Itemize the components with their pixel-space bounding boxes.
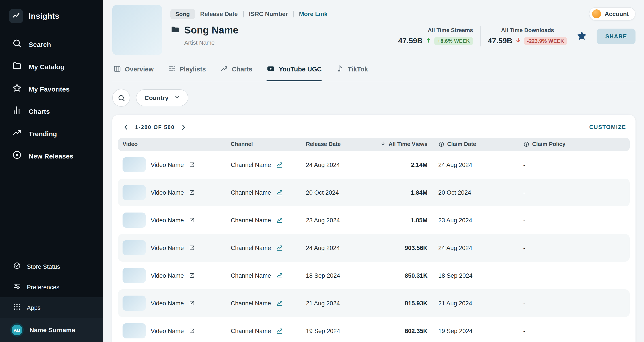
video-thumbnail[interactable] [122, 185, 146, 200]
video-thumbnail[interactable] [122, 240, 146, 255]
brand-name: Insights [28, 11, 59, 21]
isrc-number-link[interactable]: ISRC Number [249, 10, 288, 17]
table-header: Video Channel Release Date All Time View… [118, 138, 630, 151]
sidebar-item-store-status[interactable]: Store Status [0, 256, 103, 277]
sidebar-item-preferences[interactable]: Preferences [0, 277, 103, 297]
external-link-icon[interactable] [189, 245, 195, 251]
account-button[interactable]: Account [589, 7, 636, 20]
external-link-icon[interactable] [189, 328, 195, 334]
tab-label: YouTube UGC [279, 66, 322, 73]
column-header-all-time-views[interactable]: All Time Views [373, 141, 428, 148]
table-body: Video Name Channel Name 24 Aug 2024 2.14… [118, 151, 630, 342]
page-title: Song Name [184, 24, 238, 36]
video-name-link[interactable]: Video Name [151, 217, 184, 223]
video-name-link[interactable]: Video Name [151, 189, 184, 196]
video-name-link[interactable]: Video Name [151, 244, 184, 251]
external-link-icon[interactable] [189, 189, 195, 195]
video-name-link[interactable]: Video Name [151, 300, 184, 307]
tab-charts[interactable]: Charts [220, 64, 252, 81]
pagination-row: 1-200 OF 500 CUSTOMIZE [118, 119, 630, 135]
video-thumbnail[interactable] [122, 296, 146, 311]
info-icon[interactable] [523, 141, 530, 148]
avatar: AB [10, 323, 24, 337]
channel-stats-icon[interactable] [276, 216, 283, 224]
channel-cell: Channel Name [231, 272, 306, 279]
disc-icon [12, 150, 22, 162]
channel-stats-icon[interactable] [276, 300, 283, 307]
user-name: Name Surname [30, 326, 75, 334]
channel-cell: Channel Name [231, 327, 306, 335]
music-note-icon [336, 64, 344, 74]
brand[interactable]: Insights [0, 0, 103, 30]
user-profile[interactable]: AB Name Surname [0, 318, 103, 342]
sidebar-item-label: Charts [28, 107, 50, 115]
all-time-views-cell: 2.14M [373, 162, 428, 168]
tab-tiktok[interactable]: TikTok [336, 64, 368, 81]
release-date-cell: 19 Sep 2024 [306, 328, 373, 334]
tab-playlists[interactable]: Playlists [168, 64, 206, 81]
folder-icon [12, 61, 22, 72]
account-avatar-icon [592, 9, 601, 18]
sidebar-item-my-favorites[interactable]: My Favorites [0, 78, 103, 100]
sidebar-item-label: Trending [28, 130, 57, 137]
release-date-cell: 18 Sep 2024 [306, 272, 373, 279]
info-icon[interactable] [438, 141, 444, 148]
claim-date-cell: 24 Aug 2024 [428, 244, 523, 251]
all-time-views-cell: 815.93K [373, 300, 428, 307]
claim-policy-cell: - [523, 272, 625, 279]
claim-date-cell: 21 Aug 2024 [428, 300, 523, 307]
channel-name: Channel Name [231, 217, 271, 223]
all-time-views-cell: 1.84M [373, 189, 428, 196]
claim-policy-cell: - [523, 189, 625, 196]
pagination-range: 1-200 OF 500 [135, 124, 175, 130]
delta-badge: +8.6% WEEK [434, 37, 473, 45]
artist-name: Artist Name [184, 39, 238, 46]
share-button[interactable]: SHARE [597, 28, 636, 44]
sidebar-item-search[interactable]: Search [0, 33, 103, 55]
pagination-prev-button[interactable] [122, 123, 130, 132]
column-header-channel: Channel [231, 141, 306, 148]
channel-stats-icon[interactable] [276, 327, 283, 335]
sidebar-item-apps[interactable]: Apps [0, 297, 103, 318]
apps-grid-icon [13, 303, 21, 313]
channel-stats-icon[interactable] [276, 272, 283, 279]
video-thumbnail[interactable] [122, 268, 146, 283]
external-link-icon[interactable] [189, 162, 195, 168]
video-thumbnail[interactable] [122, 323, 146, 339]
channel-name: Channel Name [231, 300, 271, 307]
video-cell: Video Name [122, 268, 231, 283]
tab-overview[interactable]: Overview [113, 64, 154, 81]
external-link-icon[interactable] [189, 217, 195, 223]
sidebar-item-trending[interactable]: Trending [0, 122, 103, 145]
sliders-icon [13, 282, 21, 292]
video-thumbnail[interactable] [122, 212, 146, 228]
table-search-button[interactable] [112, 89, 130, 107]
more-link[interactable]: More Link [299, 10, 328, 17]
sidebar-item-my-catalog[interactable]: My Catalog [0, 55, 103, 78]
video-thumbnail[interactable] [122, 157, 146, 172]
sidebar-item-new-releases[interactable]: New Releases [0, 145, 103, 167]
sidebar-item-charts[interactable]: Charts [0, 100, 103, 122]
release-date-link[interactable]: Release Date [200, 10, 238, 17]
sidebar-item-label: Apps [27, 304, 41, 311]
video-cell: Video Name [122, 212, 231, 228]
customize-button[interactable]: CUSTOMIZE [589, 124, 626, 130]
favorite-star-button[interactable] [575, 29, 589, 43]
channel-stats-icon[interactable] [276, 161, 283, 168]
video-name-link[interactable]: Video Name [151, 162, 184, 168]
meta-row: Song Release Date ISRC Number More Link … [170, 7, 636, 20]
pagination-next-button[interactable] [179, 123, 188, 132]
country-filter-dropdown[interactable]: Country [136, 89, 188, 106]
video-name-link[interactable]: Video Name [151, 328, 184, 334]
channel-name: Channel Name [231, 244, 271, 251]
release-date-cell: 24 Aug 2024 [306, 162, 373, 168]
external-link-icon[interactable] [189, 300, 195, 306]
external-link-icon[interactable] [189, 272, 195, 279]
channel-stats-icon[interactable] [276, 189, 283, 196]
video-name-link[interactable]: Video Name [151, 272, 184, 279]
tab-youtube-ugc[interactable]: YouTube UGC [267, 64, 322, 81]
channel-stats-icon[interactable] [276, 244, 283, 251]
channel-cell: Channel Name [231, 216, 306, 224]
tabs-bar: Overview Playlists Charts YouTube UGC Ti… [112, 64, 636, 81]
claim-policy-cell: - [523, 244, 625, 251]
